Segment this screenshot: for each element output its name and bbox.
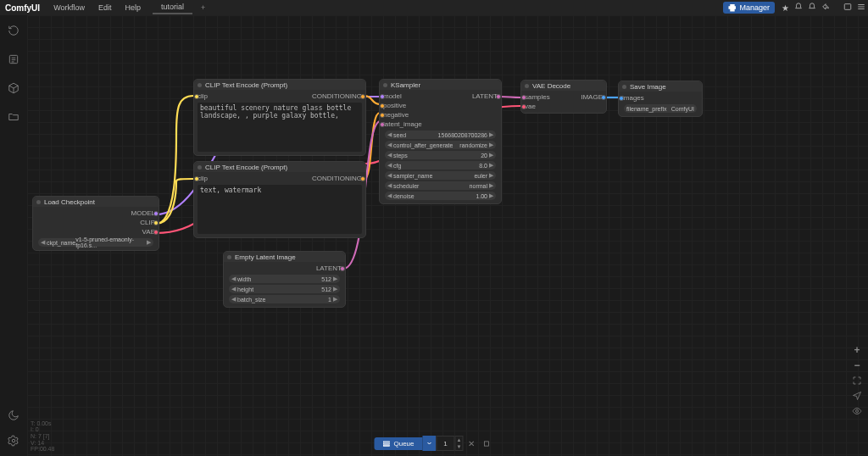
node-load-checkpoint[interactable]: Load Checkpoint MODEL CLIP VAE ◀ckpt_nam… [32, 196, 159, 251]
socket-vae[interactable] [153, 230, 159, 235]
socket-positive-in[interactable] [380, 103, 385, 108]
svg-point-2 [12, 439, 15, 442]
socket-image-out[interactable] [601, 95, 606, 100]
ckpt-name-widget[interactable]: ◀ckpt_name v1-5-pruned-emaonly-fp16.s...… [38, 238, 153, 247]
node-save-image[interactable]: Save Image images filename_prefixComfyUI [618, 81, 703, 117]
star-icon[interactable]: ★ [778, 3, 792, 13]
filename-widget[interactable]: filename_prefixComfyUI [624, 104, 697, 113]
left-sidebar [0, 15, 27, 456]
svg-point-7 [856, 410, 859, 413]
svg-rect-4 [384, 443, 390, 444]
zoom-in-button[interactable]: + [849, 342, 865, 358]
queue-button[interactable]: Queue [374, 437, 422, 450]
canvas-tools: + − [849, 342, 865, 419]
node-empty-latent[interactable]: Empty Latent Image LATENT ◀width512▶ ◀he… [223, 251, 346, 308]
prompt-text[interactable]: beautiful scenery nature glass bottle la… [198, 103, 362, 152]
socket-vae-in[interactable] [521, 104, 526, 109]
share-icon[interactable] [819, 3, 832, 13]
fit-button[interactable] [849, 373, 865, 388]
socket-clip-in[interactable] [194, 176, 199, 181]
sampler-widget[interactable]: ◀sampler_nameeuler▶ [385, 171, 496, 180]
denoise-widget[interactable]: ◀denoise1.00▶ [385, 192, 496, 200]
manager-label: Manager [739, 3, 770, 12]
scheduler-widget[interactable]: ◀schedulernormal▶ [385, 181, 496, 190]
node-clip-encode-positive[interactable]: CLIP Text Encode (Prompt) clip CONDITION… [193, 79, 366, 156]
zoom-out-button[interactable]: − [849, 358, 865, 373]
control-widget[interactable]: ◀control_after_generaterandomize▶ [385, 141, 496, 149]
socket-clip-in[interactable] [194, 94, 199, 99]
node-ksampler[interactable]: KSampler modelLATENT positive negative l… [379, 79, 502, 204]
svg-rect-6 [484, 441, 488, 445]
node-title: Empty Latent Image [235, 253, 296, 261]
batch-widget[interactable]: ◀batch_size1▶ [229, 295, 340, 303]
window-icon[interactable] [841, 3, 854, 13]
puzzle-icon [728, 4, 736, 12]
queue-spinner[interactable]: ▲▼ [455, 436, 464, 451]
cancel-icon[interactable]: ✕ [464, 436, 479, 451]
bell2-icon[interactable] [805, 3, 819, 13]
theme-icon[interactable] [7, 409, 20, 422]
socket-images-in[interactable] [619, 96, 624, 101]
menu-edit[interactable]: Edit [92, 3, 119, 12]
bell-icon[interactable] [792, 3, 805, 13]
history-icon[interactable] [7, 24, 20, 37]
socket-cond-out[interactable] [360, 176, 365, 181]
cfg-widget[interactable]: ◀cfg8.0▶ [385, 161, 496, 170]
socket-negative-in[interactable] [380, 113, 385, 118]
top-menubar: ComfyUI Workflow Edit Help tutorial + Ma… [0, 0, 868, 15]
menu-help[interactable]: Help [118, 3, 147, 12]
steps-widget[interactable]: ◀steps20▶ [385, 151, 496, 159]
socket-cond-out[interactable] [360, 94, 365, 99]
node-title: VAE Decode [532, 82, 570, 90]
node-title: Load Checkpoint [44, 198, 95, 206]
socket-samples-in[interactable] [521, 95, 526, 100]
folder-icon[interactable] [7, 110, 20, 124]
node-canvas[interactable]: Load Checkpoint MODEL CLIP VAE ◀ckpt_nam… [27, 15, 868, 456]
svg-rect-0 [844, 4, 851, 10]
queue-count[interactable]: 1 [437, 436, 455, 451]
node-title: KSampler [391, 81, 420, 89]
add-tab-button[interactable]: + [192, 3, 214, 12]
locate-button[interactable] [849, 388, 865, 403]
socket-model[interactable] [153, 211, 159, 216]
list-icon[interactable] [7, 53, 20, 66]
app-logo: ComfyUI [0, 3, 47, 13]
node-title: Save Image [630, 83, 666, 91]
seed-widget[interactable]: ◀seed156680208700286▶ [385, 131, 496, 139]
queue-dropdown[interactable] [423, 436, 437, 451]
workflow-tab[interactable]: tutorial [153, 1, 192, 14]
socket-latent-in[interactable] [380, 122, 385, 127]
menu-workflow[interactable]: Workflow [47, 3, 92, 12]
view-button[interactable] [849, 403, 865, 419]
settings-icon[interactable] [7, 434, 20, 448]
socket-model-in[interactable] [380, 94, 385, 99]
svg-rect-3 [384, 441, 390, 442]
stop-icon[interactable] [479, 436, 494, 451]
socket-latent-out[interactable] [496, 94, 501, 99]
socket-clip[interactable] [153, 220, 159, 225]
width-widget[interactable]: ◀width512▶ [229, 275, 340, 283]
hud-stats: T: 0.00s I: 0 N: 7 [7] V: 14 FP:00.48 [31, 420, 54, 453]
manager-button[interactable]: Manager [723, 2, 775, 14]
svg-rect-5 [384, 445, 390, 446]
prompt-text[interactable]: text, watermark [198, 185, 362, 234]
output-model: MODEL [131, 209, 155, 217]
node-title: CLIP Text Encode (Prompt) [205, 81, 287, 89]
node-clip-encode-negative[interactable]: CLIP Text Encode (Prompt) clip CONDITION… [193, 161, 366, 238]
node-title: CLIP Text Encode (Prompt) [205, 164, 287, 171]
socket-latent-out[interactable] [340, 266, 345, 271]
queue-bar: Queue 1 ▲▼ ✕ [374, 436, 493, 451]
node-vae-decode[interactable]: VAE Decode samplesIMAGE vae [520, 80, 607, 114]
menu-icon[interactable] [854, 3, 868, 13]
height-widget[interactable]: ◀height512▶ [229, 285, 340, 293]
cube-icon[interactable] [7, 81, 20, 95]
